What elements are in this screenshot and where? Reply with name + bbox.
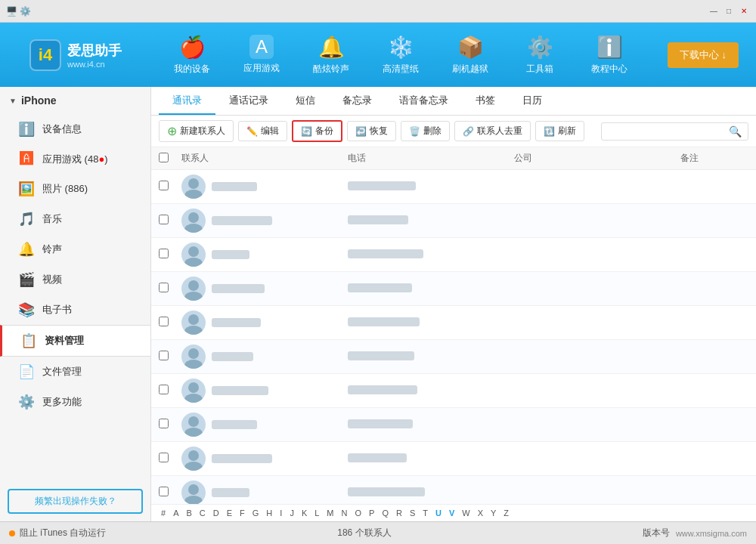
refresh-button[interactable]: 🔃 刷新 [535, 121, 584, 141]
minimize-button[interactable]: — [708, 5, 720, 17]
alpha-U[interactable]: U [433, 508, 444, 518]
backup-button[interactable]: 🔄 备份 [292, 120, 342, 142]
table-row[interactable] [151, 442, 756, 476]
search-input[interactable] [608, 126, 729, 137]
alpha-C[interactable]: C [197, 508, 208, 518]
nav-tab-jailbreak[interactable]: 📦 刷机越狱 [437, 26, 503, 83]
alpha-M[interactable]: M [324, 508, 336, 518]
edit-button[interactable]: ✏️ 编辑 [238, 121, 287, 141]
row-checkbox-5[interactable] [159, 351, 181, 363]
tab-memo[interactable]: 备忘录 [329, 88, 386, 115]
table-row[interactable] [151, 170, 756, 204]
nav-tab-my-device[interactable]: 🍎 我的设备 [159, 26, 225, 83]
tab-sms[interactable]: 短信 [282, 88, 329, 115]
sidebar-item-video[interactable]: 🎬 视频 [0, 264, 150, 295]
sidebar-item-music[interactable]: 🎵 音乐 [0, 204, 150, 234]
sidebar-item-apps-label: 应用游戏 (48●) [42, 153, 108, 166]
nav-tab-wallpapers[interactable]: ❄️ 高清壁纸 [367, 26, 434, 83]
nav-tab-apps-games[interactable]: A 应用游戏 [228, 26, 295, 83]
table-row[interactable] [151, 272, 756, 306]
device-label: ▼ iPhone [0, 87, 150, 114]
table-header: 联系人 电话 公司 备注 [151, 147, 756, 170]
nav-tab-ringtones[interactable]: 🔔 酷炫铃声 [298, 26, 364, 83]
row-checkbox-9[interactable] [159, 487, 181, 499]
svg-point-2 [188, 212, 199, 223]
table-row[interactable] [151, 476, 756, 504]
alpha-G[interactable]: G [250, 508, 262, 518]
contact-name-5 [212, 352, 253, 361]
table-row[interactable] [151, 306, 756, 340]
alpha-V[interactable]: V [447, 508, 457, 518]
nav-tabs: 🍎 我的设备 A 应用游戏 🔔 酷炫铃声 ❄️ 高清壁纸 📦 刷机越狱 ⚙️ 工… [151, 23, 650, 87]
alpha-F[interactable]: F [237, 508, 247, 518]
sidebar-item-ringtone-label: 铃声 [42, 243, 62, 256]
alpha-B[interactable]: B [184, 508, 194, 518]
phone-number-4 [348, 317, 420, 326]
tab-call-log[interactable]: 通话记录 [215, 88, 282, 115]
sidebar-item-apps[interactable]: 🅰 应用游戏 (48●) [0, 144, 150, 174]
alpha-J[interactable]: J [287, 508, 296, 518]
alpha-W[interactable]: W [460, 508, 472, 518]
alpha-N[interactable]: N [339, 508, 350, 518]
tab-calendar[interactable]: 日历 [509, 88, 556, 115]
version-text: 版本号 [643, 527, 670, 539]
sidebar-item-photos[interactable]: 🖼️ 照片 (886) [0, 174, 150, 204]
merge-button[interactable]: 🔗 联系人去重 [454, 121, 531, 141]
table-row[interactable] [151, 408, 756, 442]
table-row[interactable] [151, 238, 756, 272]
row-checkbox-3[interactable] [159, 283, 181, 295]
sidebar-item-data-mgmt[interactable]: 📋 资料管理 [0, 325, 150, 357]
row-checkbox-4[interactable] [159, 317, 181, 329]
alpha-P[interactable]: P [367, 508, 376, 518]
row-checkbox-1[interactable] [159, 215, 181, 227]
search-icon[interactable]: 🔍 [729, 125, 742, 138]
sidebar-item-more[interactable]: ⚙️ 更多功能 [0, 387, 150, 417]
sidebar-item-device-info[interactable]: ℹ️ 设备信息 [0, 114, 150, 144]
alpha-Q[interactable]: Q [380, 508, 391, 518]
alpha-R[interactable]: R [394, 508, 404, 518]
restore-button[interactable]: ↩️ 恢复 [347, 121, 396, 141]
row-checkbox-8[interactable] [159, 453, 181, 465]
nav-tab-tutorials[interactable]: ℹ️ 教程中心 [576, 26, 643, 83]
problem-button[interactable]: 频繁出现操作失败？ [8, 489, 143, 514]
row-checkbox-0[interactable] [159, 181, 181, 193]
table-row[interactable] [151, 374, 756, 408]
alpha-Y[interactable]: Y [488, 508, 498, 518]
sidebar-item-ebook[interactable]: 📚 电子书 [0, 295, 150, 325]
alpha-E[interactable]: E [225, 508, 234, 518]
close-button[interactable]: ✕ [738, 5, 750, 17]
alpha-D[interactable]: D [211, 508, 222, 518]
row-checkbox-7[interactable] [159, 419, 181, 431]
phone-number-2 [348, 249, 423, 258]
alpha-I[interactable]: I [277, 508, 284, 518]
new-contact-button[interactable]: ⊕ 新建联系人 [159, 120, 234, 142]
sidebar-item-ringtone[interactable]: 🔔 铃声 [0, 234, 150, 264]
alpha-#[interactable]: # [159, 508, 168, 518]
table-row[interactable] [151, 204, 756, 238]
nav-tab-toolbox-label: 工具箱 [526, 63, 553, 76]
alpha-A[interactable]: A [171, 508, 181, 518]
nav-tab-apps-label: 应用游戏 [243, 62, 280, 75]
delete-button[interactable]: 🗑️ 删除 [401, 121, 450, 141]
row-checkbox-6[interactable] [159, 385, 181, 397]
alpha-L[interactable]: L [312, 508, 321, 518]
alpha-H[interactable]: H [264, 508, 274, 518]
svg-point-9 [184, 326, 203, 335]
sidebar-item-file-mgmt[interactable]: 📄 文件管理 [0, 357, 150, 387]
alpha-S[interactable]: S [407, 508, 417, 518]
contact-cell-0 [181, 175, 348, 199]
table-row[interactable] [151, 340, 756, 374]
download-center-button[interactable]: 下载中心 ↓ [668, 42, 739, 68]
alpha-K[interactable]: K [299, 508, 309, 518]
row-checkbox-2[interactable] [159, 249, 181, 261]
alpha-O[interactable]: O [352, 508, 364, 518]
tab-voice-memo[interactable]: 语音备忘录 [386, 88, 462, 115]
restore-button[interactable]: □ [723, 5, 735, 17]
tab-bookmarks[interactable]: 书签 [462, 88, 509, 115]
alpha-Z[interactable]: Z [501, 508, 511, 518]
select-all-checkbox[interactable] [159, 153, 169, 162]
alpha-X[interactable]: X [476, 508, 485, 518]
nav-tab-toolbox[interactable]: ⚙️ 工具箱 [507, 26, 573, 83]
tab-contacts[interactable]: 通讯录 [159, 88, 215, 115]
alpha-T[interactable]: T [420, 508, 430, 518]
